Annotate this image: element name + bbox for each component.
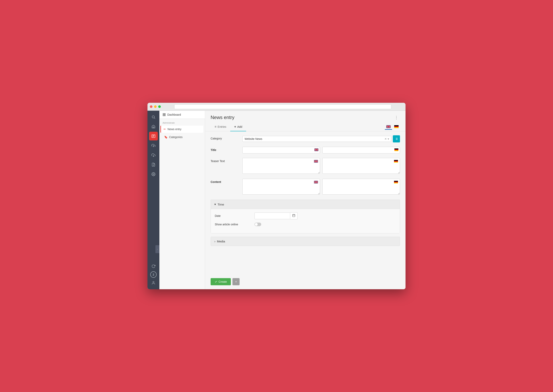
- title-en-input[interactable]: [242, 147, 320, 154]
- select-clear-icon[interactable]: ✕: [384, 137, 387, 140]
- date-group: Date: [215, 212, 396, 219]
- tabs-bar: ≡ Entries + Add: [205, 123, 405, 131]
- list-icon: ≡: [215, 125, 216, 129]
- teaser-en-input[interactable]: [242, 158, 320, 174]
- sidebar-icon-cloud[interactable]: [149, 151, 158, 160]
- svg-rect-14: [164, 113, 165, 114]
- category-label: Category: [211, 135, 242, 140]
- date-input[interactable]: [255, 212, 290, 219]
- svg-rect-2: [153, 127, 154, 128]
- minimize-icon[interactable]: [154, 105, 157, 108]
- tab-add-label: Add: [237, 125, 242, 128]
- media-section-label: Media: [217, 240, 225, 243]
- media-section: › Media: [211, 237, 400, 246]
- category-group: Category Website News ✕ ▾: [211, 135, 400, 142]
- svg-rect-39: [293, 214, 295, 217]
- form-area: Category Website News ✕ ▾: [205, 131, 405, 276]
- sidebar-icon-settings[interactable]: [149, 170, 158, 179]
- tab-entries-label: Entries: [218, 125, 226, 128]
- app-window: › 2 Dashboard: [148, 103, 405, 289]
- category-select[interactable]: Website News ✕ ▾: [242, 136, 391, 142]
- content-group: Content: [211, 179, 400, 195]
- media-section-header[interactable]: › Media: [211, 237, 400, 246]
- date-input-wrapper: [255, 212, 298, 219]
- chevron-down-icon: ▾: [214, 203, 216, 206]
- content-en-wrapper: [242, 179, 320, 195]
- category-value: Website News: [245, 137, 384, 140]
- sidebar-icon-file-add[interactable]: [149, 160, 158, 169]
- sidebar-icon-news[interactable]: [149, 132, 158, 140]
- sidebar-icon-user[interactable]: [149, 279, 158, 287]
- svg-rect-16: [164, 115, 165, 116]
- address-bar[interactable]: [174, 104, 391, 109]
- content-de-wrapper: [322, 179, 400, 195]
- nav-item-news-entry[interactable]: ✏ News entry: [160, 126, 203, 133]
- icon-sidebar: › 2: [148, 111, 159, 289]
- title-group: Title: [211, 147, 400, 154]
- flag-button-en[interactable]: [385, 124, 392, 130]
- create-button[interactable]: Create: [211, 278, 231, 285]
- dashboard-button[interactable]: Dashboard: [159, 111, 205, 119]
- calendar-button[interactable]: [290, 212, 298, 219]
- show-article-group: Show article online: [215, 223, 396, 226]
- sidebar-icon-badge[interactable]: 2: [150, 271, 157, 278]
- show-article-label: Show article online: [215, 223, 250, 226]
- svg-rect-30: [394, 150, 398, 151]
- content-fields: [242, 179, 400, 195]
- tabs-left: ≡ Entries + Add: [211, 123, 246, 131]
- bottom-actions: Create ×: [205, 276, 405, 289]
- de-flag-icon: [394, 125, 399, 128]
- teaser-label: Teaser Text: [211, 158, 242, 163]
- title-en-wrapper: [242, 147, 320, 154]
- date-label: Date: [215, 214, 250, 217]
- flag-button-de[interactable]: [393, 124, 400, 130]
- svg-rect-20: [394, 127, 399, 128]
- svg-rect-29: [394, 149, 398, 150]
- sidebar-icon-refresh[interactable]: [149, 262, 158, 271]
- content-en-input[interactable]: [242, 179, 320, 195]
- nav-label-news-entry: News entry: [168, 127, 181, 131]
- title-de-input[interactable]: [322, 147, 400, 154]
- dashboard-label: Dashboard: [167, 113, 181, 116]
- content-de-input[interactable]: [322, 179, 400, 195]
- svg-point-0: [152, 116, 154, 118]
- title-label: Title: [211, 147, 242, 152]
- app-body: › 2 Dashboard: [148, 111, 405, 289]
- nav-item-categories[interactable]: 🔖 Categories: [161, 133, 203, 141]
- cancel-label: ×: [235, 280, 237, 283]
- svg-rect-18: [394, 125, 399, 126]
- content-label: Content: [211, 179, 242, 183]
- time-section-header[interactable]: ▾ Time: [211, 200, 400, 209]
- pencil-icon: ✏: [163, 127, 166, 131]
- category-row: Website News ✕ ▾: [242, 135, 400, 142]
- svg-rect-15: [163, 115, 164, 116]
- sidebar-icon-home[interactable]: [149, 122, 158, 131]
- sidebar-icon-upload[interactable]: [149, 141, 158, 150]
- plus-icon: +: [234, 125, 236, 129]
- svg-point-11: [153, 174, 154, 175]
- collapse-sidebar-button[interactable]: ›: [156, 245, 159, 253]
- svg-line-1: [154, 118, 155, 119]
- tab-entries[interactable]: ≡ Entries: [211, 123, 230, 131]
- title-de-wrapper: [322, 147, 400, 154]
- category-action-button[interactable]: [393, 135, 400, 142]
- title-en-flag: [314, 148, 318, 152]
- show-article-toggle[interactable]: [255, 223, 261, 226]
- section-label: Administrate: [159, 119, 205, 125]
- close-icon[interactable]: [150, 105, 152, 108]
- uk-flag-icon: [386, 125, 391, 128]
- sidebar-icon-search[interactable]: [149, 113, 158, 121]
- secondary-sidebar: Dashboard Administrate ✏ News entry 🔖 Ca…: [159, 111, 205, 289]
- maximize-icon[interactable]: [158, 105, 161, 108]
- cancel-button[interactable]: ×: [233, 278, 240, 285]
- teaser-de-input[interactable]: [322, 158, 400, 174]
- more-options-button[interactable]: ⋮: [393, 114, 400, 121]
- nav-label-categories: Categories: [169, 135, 183, 139]
- title-fields: [242, 147, 400, 154]
- tab-add[interactable]: + Add: [230, 123, 246, 131]
- main-content: News entry ⋮ ≡ Entries + Add: [205, 111, 405, 289]
- bookmark-icon: 🔖: [164, 135, 168, 139]
- chevron-right-icon: ›: [214, 240, 215, 243]
- teaser-en-wrapper: [242, 158, 320, 174]
- select-chevron-icon[interactable]: ▾: [388, 137, 389, 140]
